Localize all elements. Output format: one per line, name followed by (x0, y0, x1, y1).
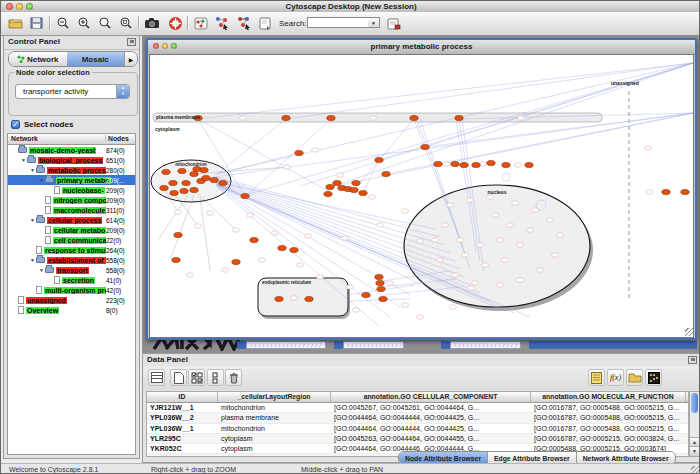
zoom-in-icon[interactable] (75, 15, 92, 31)
annotation-icon[interactable] (257, 15, 274, 31)
graph-node[interactable] (645, 146, 652, 150)
graph-node[interactable] (190, 187, 198, 192)
graph-node[interactable] (370, 116, 377, 120)
graph-node[interactable] (297, 263, 304, 267)
tree-row[interactable]: mosaic-demo-yeast874(0) (8, 145, 135, 155)
graph-node[interactable] (472, 162, 480, 167)
graph-node[interactable] (467, 198, 474, 202)
graph-node[interactable] (207, 211, 214, 215)
graph-node[interactable] (557, 233, 564, 237)
help-ring-icon[interactable] (167, 15, 184, 31)
graph-node[interactable] (455, 115, 463, 120)
graph-node[interactable] (497, 283, 504, 287)
edge-select-mode-icon[interactable] (235, 15, 252, 31)
tree-row[interactable]: ▼metabolic process280(0) (8, 165, 135, 175)
graph-node[interactable] (240, 116, 247, 120)
graph-node[interactable] (375, 274, 383, 279)
graph-node[interactable] (250, 237, 258, 242)
graph-node[interactable] (305, 296, 313, 301)
graph-node[interactable] (502, 162, 510, 167)
tree-row[interactable]: ▼primary metabo209(... (8, 175, 135, 185)
graph-node[interactable] (472, 281, 479, 285)
graph-node[interactable] (451, 161, 459, 166)
graph-node[interactable] (492, 213, 499, 217)
node-select-mode-icon[interactable] (213, 15, 230, 31)
graph-node[interactable] (350, 187, 358, 192)
graph-node[interactable] (353, 308, 360, 312)
graph-node[interactable] (421, 144, 429, 149)
function-builder-icon[interactable]: f(x) (607, 369, 624, 386)
table-row[interactable]: YLR295Ccytoplasm[GO:0045263, GO:0044464,… (147, 434, 688, 444)
select-attributes-icon[interactable] (188, 369, 205, 386)
graph-node[interactable] (434, 161, 442, 166)
graph-node[interactable] (182, 180, 190, 185)
graph-node[interactable] (382, 171, 390, 176)
graph-node[interactable] (646, 190, 653, 194)
tree-row[interactable]: secretion41(0) (8, 275, 135, 285)
save-icon[interactable] (28, 15, 45, 31)
graph-node[interactable] (402, 209, 409, 213)
tab-mosaic[interactable]: Mosaic (67, 52, 125, 66)
graph-node[interactable] (517, 278, 524, 282)
graph-node[interactable] (170, 190, 178, 195)
notes-icon[interactable] (588, 369, 605, 386)
tab-network[interactable]: Network (9, 52, 67, 66)
graph-node[interactable] (317, 275, 324, 279)
graph-node[interactable] (210, 177, 218, 182)
search-input[interactable] (307, 17, 369, 28)
graph-node[interactable] (233, 228, 240, 232)
graph-node[interactable] (369, 195, 376, 199)
column-header[interactable]: annotation.GO MOLECULAR_FUNCTION (531, 392, 686, 402)
graph-node[interactable] (375, 157, 383, 162)
graph-node[interactable] (417, 315, 424, 319)
graph-node[interactable] (352, 180, 360, 185)
background-window-fragment[interactable] (529, 341, 697, 349)
graph-node[interactable] (305, 234, 312, 238)
graph-node[interactable] (200, 167, 208, 172)
graph-node[interactable] (290, 247, 298, 252)
background-window-fragment[interactable] (343, 341, 404, 349)
graph-node[interactable] (515, 163, 522, 167)
graph-node[interactable] (326, 184, 334, 189)
graph-node[interactable] (178, 168, 186, 173)
graph-node[interactable] (452, 273, 459, 277)
graph-node[interactable] (219, 180, 227, 185)
graph-node[interactable] (169, 180, 177, 185)
graph-node[interactable] (347, 285, 354, 289)
vizmapper-icon[interactable] (192, 15, 209, 31)
scrollbar-thumb[interactable] (691, 393, 698, 413)
graph-node[interactable] (457, 238, 464, 242)
open-file-icon[interactable] (7, 15, 24, 31)
graph-node[interactable] (477, 243, 484, 247)
graph-node[interactable] (402, 303, 409, 307)
graph-node[interactable] (417, 239, 424, 243)
graph-node[interactable] (291, 296, 298, 300)
network-view-titlebar[interactable]: primary metabolic process (148, 40, 695, 55)
table-row[interactable]: YPL036W__2plasma membrane[GO:0044464, GO… (147, 413, 688, 423)
background-window-fragment[interactable] (450, 341, 521, 349)
graph-node[interactable] (312, 148, 319, 152)
graph-node[interactable] (337, 173, 344, 177)
network-canvas[interactable]: plasma membranecytoplasmmitochondrionnuc… (149, 54, 694, 338)
graph-node[interactable] (241, 193, 249, 198)
tree-row[interactable]: ▼establishment of lo558(0) (8, 255, 135, 265)
graph-node[interactable] (232, 259, 240, 264)
graph-node[interactable] (172, 257, 180, 262)
tree-row[interactable]: nucleobase-209(0) (8, 185, 135, 195)
graph-node[interactable] (537, 268, 544, 272)
graph-node[interactable] (180, 188, 188, 193)
graph-node[interactable] (327, 115, 335, 120)
graph-node[interactable] (160, 185, 168, 190)
graph-node[interactable] (376, 280, 384, 285)
tree-row[interactable]: macromolecule311(0) (8, 205, 135, 215)
graph-node[interactable] (295, 150, 303, 155)
graph-node[interactable] (282, 115, 290, 120)
network-canvas-svg[interactable]: plasma membranecytoplasmmitochondrionnuc… (150, 55, 693, 337)
scroll-down-icon[interactable]: ▼ (690, 446, 699, 456)
float-data-panel-icon[interactable] (688, 356, 697, 364)
tree-row[interactable]: nitrogen compo209(0) (8, 195, 135, 205)
graph-node[interactable] (527, 228, 534, 232)
graph-node[interactable] (450, 305, 457, 309)
attribute-matrix-icon[interactable] (645, 369, 662, 386)
table-scrollbar[interactable]: ▲ ▼ (689, 391, 700, 457)
